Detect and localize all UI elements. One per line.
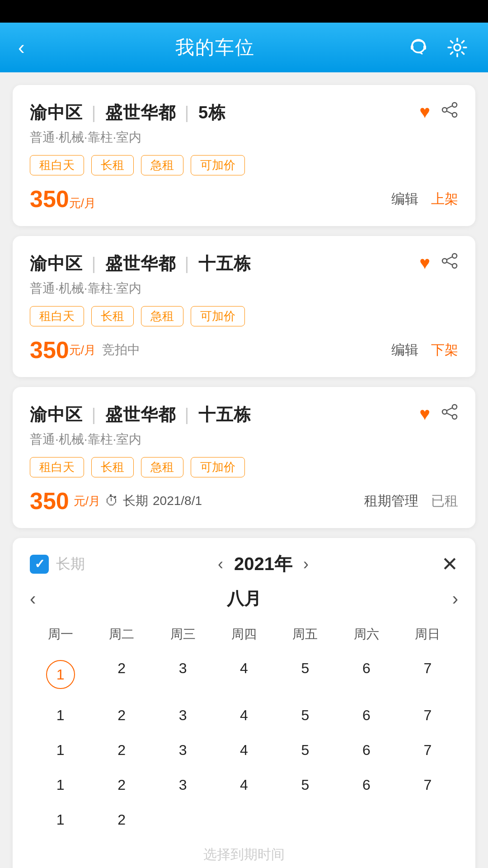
day-r4-7[interactable]: 7	[397, 769, 458, 802]
day-r4-4[interactable]: 4	[213, 769, 274, 802]
card-1-heart-icon[interactable]: ♥	[419, 102, 430, 122]
day-r3-1[interactable]: 1	[30, 734, 91, 767]
parking-card-2: 渝中区 | 盛世华都 | 十五栋 ♥ 普通·机械·	[13, 236, 475, 377]
day-r5-1[interactable]: 1	[30, 803, 91, 836]
day-7[interactable]: 7	[397, 652, 458, 697]
day-r4-3[interactable]: 3	[152, 769, 213, 802]
day-r5-2[interactable]: 2	[91, 803, 152, 836]
calendar-section: ✓ 长期 ‹ 2021年 › ✕ ‹ 八月 › 周一 周二 周三 周四	[13, 538, 475, 868]
page-title: 我的车位	[175, 35, 255, 60]
day-r4-1[interactable]: 1	[30, 769, 91, 802]
year-prev-button[interactable]: ‹	[218, 555, 223, 574]
day-r5-6	[336, 803, 397, 836]
day-r3-7[interactable]: 7	[397, 734, 458, 767]
calendar-close-button[interactable]: ✕	[441, 552, 458, 576]
tag-long-rent-2: 长租	[91, 306, 134, 326]
svg-line-18	[447, 413, 452, 416]
svg-point-6	[442, 108, 447, 112]
card-2-subtitle: 普通·机械·靠柱·室内	[30, 280, 458, 297]
card-1-subtitle: 普通·机械·靠柱·室内	[30, 129, 458, 146]
svg-point-5	[452, 113, 457, 117]
rental-date: 2021/8/1	[153, 494, 202, 508]
longterm-label: 长期	[56, 554, 85, 574]
longterm-checkbox[interactable]: ✓	[30, 555, 49, 574]
day-r2-6[interactable]: 6	[336, 699, 397, 732]
day-r3-5[interactable]: 5	[275, 734, 336, 767]
card-1-edit-button[interactable]: 编辑	[391, 190, 418, 208]
day-2[interactable]: 2	[91, 652, 152, 697]
card-3-share-icon[interactable]	[441, 403, 458, 425]
day-3[interactable]: 3	[152, 652, 213, 697]
card-2-status-button[interactable]: 下架	[431, 341, 458, 359]
day-r3-4[interactable]: 4	[213, 734, 274, 767]
parking-card-3: 渝中区 | 盛世华都 | 十五栋 ♥ 普通·机械·	[13, 387, 475, 528]
tag-long-rent: 长租	[91, 155, 134, 175]
day-r2-7[interactable]: 7	[397, 699, 458, 732]
calendar-grid: 周一 周二 周三 周四 周五 周六 周日 1 2 3 4 5 6 7	[30, 621, 458, 836]
svg-point-10	[452, 264, 457, 268]
tag-urgent-rent-2: 急租	[141, 306, 183, 326]
day-5[interactable]: 5	[275, 652, 336, 697]
weekday-fri: 周五	[275, 621, 336, 647]
month-next-button[interactable]: ›	[452, 589, 458, 609]
service-button[interactable]	[406, 35, 431, 60]
day-r3-6[interactable]: 6	[336, 734, 397, 767]
day-r2-3[interactable]: 3	[152, 699, 213, 732]
day-r4-6[interactable]: 6	[336, 769, 397, 802]
card-3-management-button[interactable]: 租期管理	[364, 492, 418, 510]
tag-rent-day-2: 租白天	[30, 306, 84, 326]
day-r5-3	[152, 803, 213, 836]
day-r5-4	[213, 803, 274, 836]
clock-icon: ⏱	[105, 493, 118, 509]
card-3-price-area: 350元/月 ⏱ 长期 2021/8/1	[30, 487, 202, 514]
card-3-heart-icon[interactable]: ♥	[419, 404, 430, 424]
expiry-hint: 选择到期时间	[30, 845, 458, 864]
svg-point-16	[442, 410, 447, 414]
status-bar	[0, 0, 488, 23]
weekday-tue: 周二	[91, 621, 152, 647]
card-2-edit-button[interactable]: 编辑	[391, 341, 418, 359]
rental-type: 长期	[123, 492, 148, 509]
day-r2-2[interactable]: 2	[91, 699, 152, 732]
svg-rect-2	[423, 45, 426, 50]
day-r3-2[interactable]: 2	[91, 734, 152, 767]
svg-line-17	[447, 408, 452, 410]
tag-price-add-3: 可加价	[191, 457, 245, 477]
day-r3-3[interactable]: 3	[152, 734, 213, 767]
card-3-rented-badge: 已租	[431, 492, 458, 510]
svg-point-14	[452, 405, 457, 409]
day-r4-2[interactable]: 2	[91, 769, 152, 802]
svg-line-13	[447, 262, 452, 265]
svg-point-4	[452, 103, 457, 107]
tag-urgent-rent-3: 急租	[141, 457, 183, 477]
back-button[interactable]: ‹	[18, 36, 25, 59]
day-r4-5[interactable]: 5	[275, 769, 336, 802]
svg-point-15	[452, 415, 457, 419]
year-next-button[interactable]: ›	[303, 555, 309, 574]
tag-long-rent-3: 长租	[91, 457, 134, 477]
year-display: 2021年	[234, 552, 292, 576]
month-prev-button[interactable]: ‹	[30, 589, 36, 609]
weekday-sun: 周日	[397, 621, 458, 647]
card-2-share-icon[interactable]	[441, 252, 458, 274]
card-1-title: 渝中区 | 盛世华都 | 5栋	[30, 101, 226, 124]
card-2-title: 渝中区 | 盛世华都 | 十五栋	[30, 252, 251, 275]
tag-price-add-2: 可加价	[191, 306, 245, 326]
day-r5-5	[275, 803, 336, 836]
day-r2-5[interactable]: 5	[275, 699, 336, 732]
weekday-sat: 周六	[336, 621, 397, 647]
card-1-status-button[interactable]: 上架	[431, 190, 458, 208]
tag-rent-day: 租白天	[30, 155, 84, 175]
day-r2-4[interactable]: 4	[213, 699, 274, 732]
day-6[interactable]: 6	[336, 652, 397, 697]
card-1-share-icon[interactable]	[441, 101, 458, 123]
day-r2-1[interactable]: 1	[30, 699, 91, 732]
card-2-heart-icon[interactable]: ♥	[419, 253, 430, 273]
tag-price-add: 可加价	[191, 155, 245, 175]
weekday-mon: 周一	[30, 621, 91, 647]
svg-point-11	[442, 259, 447, 263]
day-4[interactable]: 4	[213, 652, 274, 697]
card-3-title: 渝中区 | 盛世华都 | 十五栋	[30, 403, 251, 426]
day-1[interactable]: 1	[30, 652, 91, 697]
settings-button[interactable]	[445, 35, 470, 60]
